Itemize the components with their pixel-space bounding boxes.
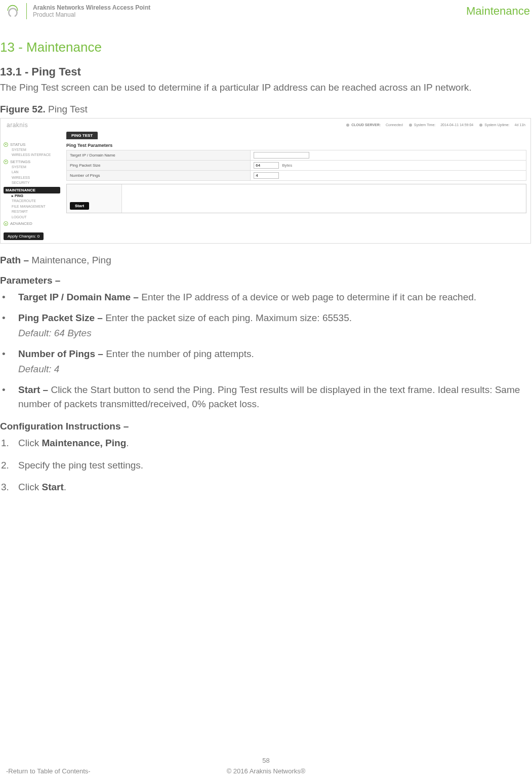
list-item: Target IP / Domain Name – Enter the IP a… <box>0 290 531 304</box>
copyright: © 2016 Araknis Networks® <box>227 767 306 775</box>
chevron-icon: ▾ <box>4 160 8 164</box>
table-row: Number of Pings <box>67 170 526 180</box>
parameters-heading: Parameters – <box>0 275 531 286</box>
start-button: Start <box>70 202 89 210</box>
list-item: Specify the ping test settings. <box>0 458 531 473</box>
figure-screenshot: araknis CLOUD SERVER: Connected System T… <box>0 118 531 244</box>
page-footer: 58 -Return to Table of Contents- © 2016 … <box>0 757 532 775</box>
param-value-cell <box>251 150 526 160</box>
param-label: Target IP / Domain Name <box>67 150 251 160</box>
target-input <box>254 152 309 159</box>
packet-size-input <box>254 162 279 169</box>
brand-logo-icon <box>5 4 20 19</box>
list-item: Start – Click the Start button to send t… <box>0 383 531 411</box>
list-item: Ping Packet Size – Enter the packet size… <box>0 311 531 340</box>
nav-status-item: SYSTEM <box>4 147 60 153</box>
path-line: Path – Maintenance, Ping <box>0 255 531 266</box>
step-strong: Start <box>42 482 63 492</box>
step-text: Specify the ping test settings. <box>18 460 143 471</box>
param-desc: Enter the packet size of each ping. Maxi… <box>105 312 352 323</box>
intro-paragraph: The Ping Test screen can be used to dete… <box>0 81 531 95</box>
product-subtitle: Product Manual <box>33 11 150 18</box>
screenshot-brand: araknis <box>7 122 28 129</box>
nav-maint-item: ▸ PING <box>4 193 60 199</box>
nav-settings-item: SYSTEM <box>4 165 60 170</box>
screenshot-panel: Ping Test Parameters Target IP / Domain … <box>66 143 526 213</box>
chapter-heading: 13 - Maintenance <box>0 40 531 55</box>
page-header: Araknis Networks Wireless Access Point P… <box>0 0 532 24</box>
path-value: Maintenance, Ping <box>31 255 111 265</box>
page-number: 58 <box>0 757 532 764</box>
nav-settings: ▾SETTINGS <box>4 159 60 165</box>
param-name: Start – <box>18 384 48 395</box>
status-time: System Time: 2014-04-11 14:59:04 <box>409 123 473 127</box>
nav-maint-item: LOGOUT <box>4 215 60 220</box>
figure-number: Figure 52. <box>0 104 46 114</box>
list-item: Click Maintenance, Ping. <box>0 436 531 450</box>
param-default: Default: 64 Bytes <box>18 326 531 340</box>
chevron-icon: ▾ <box>4 221 8 226</box>
path-label: Path – <box>0 255 29 265</box>
nav-maintenance: MAINTENANCE <box>4 187 60 193</box>
param-desc: Click the Start button to send the Ping.… <box>18 384 520 409</box>
param-name: Ping Packet Size – <box>18 312 103 323</box>
param-desc: Enter the number of ping attempts. <box>106 348 254 359</box>
param-name: Number of Pings – <box>18 348 103 359</box>
status-cloud: CLOUD SERVER: Connected <box>346 123 403 127</box>
ping-params-table: Target IP / Domain Name Ping Packet Size… <box>66 150 526 181</box>
step-text: . <box>126 438 129 448</box>
step-text: . <box>64 482 66 492</box>
status-uptime: System Uptime: 4d 11h <box>479 123 525 127</box>
return-to-toc-link[interactable]: -Return to Table of Contents- <box>0 767 91 775</box>
product-title: Araknis Networks Wireless Access Point <box>33 4 150 11</box>
figure-caption: Figure 52. Ping Test <box>0 104 531 115</box>
table-row: Ping Packet Size Bytes <box>67 160 526 170</box>
param-desc: Enter the IP address of a device or web … <box>141 292 476 302</box>
nav-advanced: ▾ADVANCED <box>4 221 60 226</box>
section-label: Maintenance <box>466 5 532 18</box>
apply-changes-button: Apply Changes: 0 <box>4 232 44 240</box>
config-heading: Configuration Instructions – <box>0 421 531 432</box>
step-text: Click <box>18 482 42 492</box>
nav-settings-item: WIRELESS <box>4 175 60 181</box>
chevron-icon: ▾ <box>4 142 8 147</box>
param-name: Target IP / Domain Name – <box>18 292 139 302</box>
screenshot-topbar: araknis CLOUD SERVER: Connected System T… <box>1 119 530 132</box>
screenshot-status-bar: CLOUD SERVER: Connected System Time: 201… <box>346 123 530 127</box>
param-label: Number of Pings <box>67 170 251 180</box>
param-value-cell <box>251 170 526 180</box>
nav-maint-item: TRACEROUTE <box>4 199 60 204</box>
section-heading: 13.1 - Ping Test <box>0 65 531 79</box>
step-strong: Maintenance, Ping <box>42 438 126 448</box>
results-frame: Start <box>66 184 526 213</box>
header-titles: Araknis Networks Wireless Access Point P… <box>33 4 150 18</box>
nav-settings-item: SECURITY <box>4 180 60 186</box>
screenshot-sidebar: ▾STATUS SYSTEM WIRELESS INTERFACE ▾SETTI… <box>4 142 60 228</box>
step-text: Click <box>18 438 42 448</box>
param-value-cell: Bytes <box>251 160 526 170</box>
table-row: Target IP / Domain Name <box>67 150 526 160</box>
nav-status-item: WIRELESS INTERFACE <box>4 152 60 158</box>
nav-status: ▾STATUS <box>4 142 60 147</box>
screenshot-active-tab: PING TEST <box>66 132 98 139</box>
nav-maint-item: FILE MANAGEMENT <box>4 204 60 210</box>
ping-count-input <box>254 172 279 179</box>
nav-settings-item: LAN <box>4 170 60 175</box>
config-steps: Click Maintenance, Ping. Specify the pin… <box>0 436 531 494</box>
header-divider <box>26 3 27 19</box>
list-item: Number of Pings – Enter the number of pi… <box>0 347 531 376</box>
param-label: Ping Packet Size <box>67 160 251 170</box>
parameters-list: Target IP / Domain Name – Enter the IP a… <box>0 290 531 411</box>
panel-title: Ping Test Parameters <box>66 143 526 148</box>
nav-maint-item: RESTART <box>4 209 60 215</box>
list-item: Click Start. <box>0 480 531 494</box>
param-default: Default: 4 <box>18 362 531 376</box>
figure-title: Ping Test <box>48 104 88 114</box>
unit-label: Bytes <box>282 163 292 168</box>
